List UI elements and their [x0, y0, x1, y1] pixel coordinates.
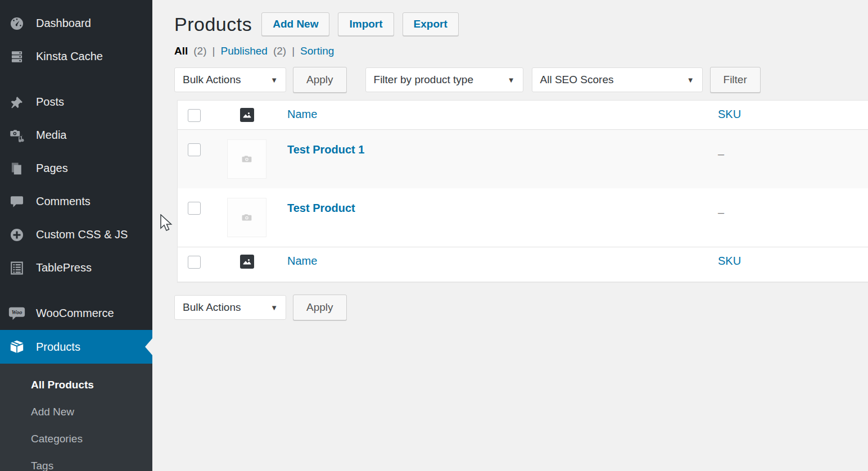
- svg-text:Woo: Woo: [12, 309, 22, 315]
- product-thumbnail-placeholder[interactable]: [227, 198, 266, 237]
- image-column-icon: [240, 108, 254, 122]
- submenu-item-label: Categories: [31, 433, 83, 445]
- sidebar-item-comments[interactable]: Comments: [0, 185, 152, 218]
- filter-button[interactable]: Filter: [710, 67, 761, 93]
- add-new-button[interactable]: Add New: [261, 12, 329, 36]
- view-published-count: (2): [273, 45, 286, 57]
- submenu-item-label: Add New: [31, 406, 74, 418]
- apply-button[interactable]: Apply: [293, 67, 347, 93]
- sidebar-item-label: Products: [36, 341, 80, 354]
- sidebar-item-label: Pages: [36, 162, 68, 175]
- table-list-icon: [8, 261, 26, 275]
- admin-content: Products Add New Import Export All (2) |…: [152, 0, 868, 471]
- sidebar-item-custom-css-js[interactable]: Custom CSS & JS: [0, 218, 152, 251]
- product-name-link[interactable]: Test Product: [287, 202, 355, 214]
- chevron-down-icon: ▼: [687, 76, 694, 84]
- select-all-checkbox[interactable]: [188, 256, 201, 269]
- export-button[interactable]: Export: [403, 12, 459, 36]
- sidebar-item-kinsta-cache[interactable]: Kinsta Cache: [0, 40, 152, 73]
- sidebar-item-label: Media: [36, 129, 66, 142]
- admin-sidebar: Dashboard Kinsta Cache Posts Media Pages…: [0, 0, 152, 471]
- product-thumbnail-placeholder[interactable]: [227, 139, 266, 179]
- sku-column-header[interactable]: SKU: [718, 255, 741, 267]
- seo-scores-filter-select[interactable]: All SEO Scores ▼: [532, 67, 703, 92]
- sidebar-item-posts[interactable]: Posts: [0, 85, 152, 119]
- comment-icon: [8, 194, 26, 209]
- products-submenu: All Products Add New Categories Tags: [0, 364, 152, 471]
- bulk-actions-select[interactable]: Bulk Actions ▼: [174, 295, 286, 320]
- product-type-filter-select[interactable]: Filter by product type ▼: [365, 67, 523, 92]
- table-row: Test Product 1 –: [178, 130, 868, 188]
- placeholder-camera-icon: [240, 211, 254, 224]
- tablenav-bottom: Bulk Actions ▼ Apply: [174, 295, 868, 320]
- server-icon: [8, 49, 26, 64]
- separator: |: [292, 45, 295, 57]
- woo-badge-icon: Woo: [8, 305, 26, 322]
- image-column-icon: [240, 255, 254, 269]
- row-checkbox[interactable]: [188, 202, 201, 215]
- name-column-header[interactable]: Name: [287, 108, 317, 120]
- pages-icon: [8, 161, 26, 176]
- table-footer-row: Name SKU: [178, 247, 868, 282]
- plus-circle-icon: [8, 228, 26, 242]
- pushpin-icon: [8, 95, 26, 110]
- view-all-count: (2): [193, 45, 206, 57]
- chevron-down-icon: ▼: [508, 76, 515, 84]
- select-all-checkbox[interactable]: [188, 109, 201, 122]
- sidebar-item-label: Posts: [36, 96, 64, 108]
- media-icon: [8, 128, 26, 143]
- sidebar-item-woocommerce[interactable]: Woo WooCommerce: [0, 297, 152, 330]
- view-published-link[interactable]: Published: [220, 45, 267, 57]
- view-all-link[interactable]: All: [174, 45, 188, 57]
- sidebar-item-label: TablePress: [36, 261, 92, 274]
- product-type-filter-label: Filter by product type: [374, 74, 473, 86]
- dashboard-icon: [8, 16, 26, 31]
- seo-scores-filter-label: All SEO Scores: [540, 74, 614, 86]
- submenu-item-label: All Products: [31, 379, 94, 391]
- sidebar-separator: [0, 284, 152, 297]
- view-sorting-link[interactable]: Sorting: [300, 45, 334, 57]
- table-row: Test Product –: [178, 188, 868, 247]
- page-title: Products: [174, 13, 252, 35]
- products-table: Name SKU Test Product 1 –: [177, 100, 868, 282]
- sidebar-item-label: Kinsta Cache: [36, 50, 103, 63]
- sidebar-item-media[interactable]: Media: [0, 119, 152, 152]
- placeholder-camera-icon: [240, 152, 254, 166]
- bulk-actions-select[interactable]: Bulk Actions ▼: [174, 67, 286, 92]
- sku-column-header[interactable]: SKU: [718, 108, 741, 120]
- sidebar-item-products[interactable]: Products: [0, 330, 152, 364]
- sidebar-item-pages[interactable]: Pages: [0, 152, 152, 185]
- product-box-icon: [8, 339, 26, 355]
- apply-button[interactable]: Apply: [293, 295, 347, 320]
- sku-value: –: [718, 206, 724, 219]
- chevron-down-icon: ▼: [270, 76, 278, 84]
- table-header-row: Name SKU: [178, 101, 868, 130]
- name-column-header[interactable]: Name: [287, 255, 317, 267]
- separator: |: [213, 45, 215, 57]
- tablenav-top: Bulk Actions ▼ Apply Filter by product t…: [174, 67, 868, 93]
- submenu-item-all-products[interactable]: All Products: [0, 372, 152, 398]
- submenu-item-categories[interactable]: Categories: [0, 425, 152, 452]
- sidebar-item-label: WooCommerce: [36, 307, 114, 320]
- sidebar-item-tablepress[interactable]: TablePress: [0, 251, 152, 284]
- submenu-item-label: Tags: [31, 460, 53, 471]
- sidebar-separator: [0, 73, 152, 85]
- sidebar-item-label: Custom CSS & JS: [36, 228, 128, 241]
- sku-value: –: [718, 148, 724, 160]
- view-filter-links: All (2) | Published (2) | Sorting: [174, 45, 868, 57]
- sidebar-item-label: Comments: [36, 195, 91, 208]
- product-name-link[interactable]: Test Product 1: [287, 143, 364, 156]
- sidebar-item-label: Dashboard: [36, 17, 91, 30]
- import-button[interactable]: Import: [338, 12, 394, 36]
- submenu-item-tags[interactable]: Tags: [0, 452, 152, 471]
- chevron-down-icon: ▼: [270, 304, 278, 312]
- submenu-item-add-new[interactable]: Add New: [0, 398, 152, 425]
- bulk-actions-label: Bulk Actions: [183, 74, 241, 86]
- page-header: Products Add New Import Export: [174, 12, 868, 36]
- row-checkbox[interactable]: [188, 143, 201, 156]
- bulk-actions-label: Bulk Actions: [183, 301, 241, 314]
- sidebar-item-dashboard[interactable]: Dashboard: [0, 7, 152, 40]
